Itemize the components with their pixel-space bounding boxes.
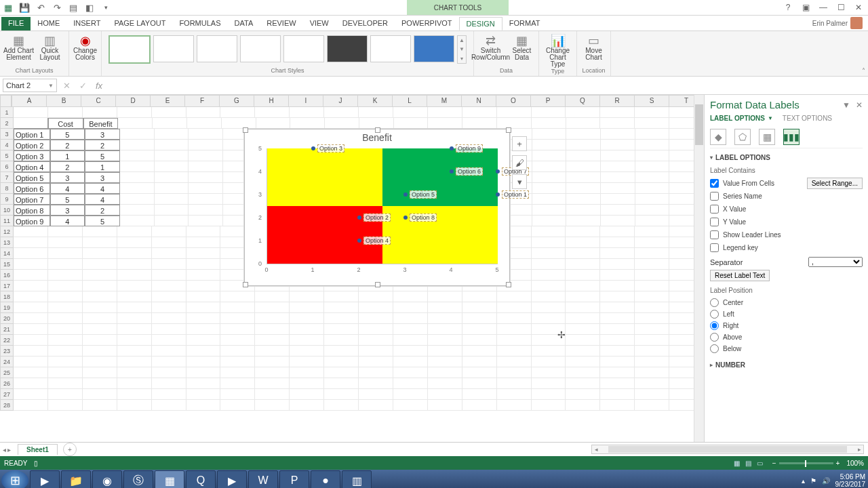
cell[interactable] (324, 400, 359, 411)
cell[interactable] (462, 346, 497, 357)
cell[interactable] (566, 172, 601, 183)
cell[interactable] (600, 313, 635, 324)
system-tray[interactable]: ▴ ⚑ 🔊 5:06 PM9/23/2017 (802, 473, 866, 488)
col-header-M[interactable]: M (427, 95, 462, 107)
cell[interactable] (14, 302, 48, 313)
cell[interactable] (324, 378, 359, 389)
cell[interactable] (152, 367, 186, 378)
cell[interactable] (290, 313, 324, 324)
cell[interactable]: Option 4 (14, 161, 50, 172)
cell[interactable] (14, 281, 48, 291)
cell[interactable] (359, 302, 393, 313)
cell[interactable] (566, 281, 600, 291)
cell[interactable] (566, 216, 601, 226)
taskbar-media-player[interactable]: ▶ (30, 470, 60, 488)
cell[interactable] (83, 400, 117, 411)
cell[interactable]: 5 (50, 194, 85, 205)
cell[interactable] (635, 259, 669, 270)
cell[interactable] (635, 205, 670, 216)
cell[interactable] (532, 129, 567, 140)
cell[interactable] (393, 324, 428, 335)
cell[interactable] (290, 107, 324, 118)
cell[interactable] (497, 335, 532, 346)
cell[interactable]: 2 (85, 140, 120, 150)
cell[interactable] (152, 226, 186, 237)
row-header-7[interactable]: 7 (0, 172, 14, 183)
col-header-N[interactable]: N (462, 95, 496, 107)
cell[interactable] (600, 118, 635, 129)
cell[interactable] (186, 281, 221, 291)
qat-icon2[interactable]: ◧ (84, 2, 95, 13)
cell[interactable] (532, 324, 566, 335)
cell[interactable] (48, 400, 83, 411)
pane-close-icon[interactable]: ✕ (856, 100, 863, 110)
taskbar-explorer[interactable]: 📁 (61, 470, 91, 488)
start-button[interactable]: ⊞ (1, 470, 28, 488)
cell[interactable] (600, 302, 635, 313)
cell[interactable] (14, 324, 48, 335)
qat-more-icon[interactable]: ▾ (100, 2, 111, 13)
cell[interactable] (220, 107, 255, 118)
cell[interactable]: 3 (85, 172, 120, 183)
cell[interactable] (635, 302, 669, 313)
cell[interactable] (189, 205, 223, 216)
collapse-icon[interactable]: ▾ (710, 155, 713, 161)
cell[interactable] (428, 107, 462, 118)
cell[interactable] (186, 357, 221, 367)
cell[interactable] (14, 346, 48, 357)
tab-home[interactable]: HOME (31, 17, 66, 30)
cell[interactable] (532, 226, 566, 237)
row-header-8[interactable]: 8 (0, 183, 14, 194)
col-header-D[interactable]: D (116, 95, 151, 107)
data-point[interactable] (357, 239, 361, 243)
col-header-G[interactable]: G (220, 95, 254, 107)
cell[interactable] (635, 140, 670, 150)
sheet-tab-sheet1[interactable]: Sheet1 (18, 444, 58, 455)
cell[interactable] (600, 378, 635, 389)
y-value-checkbox[interactable]: Y Value (710, 218, 863, 226)
cell[interactable] (566, 237, 600, 248)
cell[interactable]: Option 8 (14, 205, 50, 216)
cell[interactable] (566, 357, 600, 367)
cell[interactable] (83, 107, 117, 118)
cell[interactable] (189, 216, 223, 226)
cell[interactable] (532, 281, 566, 291)
cell[interactable] (532, 237, 566, 248)
fill-line-icon[interactable]: ◆ (710, 129, 726, 145)
cell[interactable] (532, 161, 567, 172)
cell[interactable] (566, 302, 600, 313)
cell[interactable] (120, 150, 155, 161)
position-center-radio[interactable]: Center (710, 298, 863, 307)
cell[interactable] (255, 107, 290, 118)
cell[interactable] (152, 281, 186, 291)
cell[interactable]: Cost (48, 118, 83, 129)
col-header-C[interactable]: C (81, 95, 116, 107)
taskbar-chrome[interactable]: ◉ (92, 470, 122, 488)
cell[interactable] (428, 400, 462, 411)
tab-view[interactable]: VIEW (303, 17, 336, 30)
cell[interactable] (14, 118, 48, 129)
cell[interactable] (635, 172, 670, 183)
tab-format[interactable]: FORMAT (502, 17, 547, 30)
cell[interactable] (14, 248, 48, 259)
tray-volume-icon[interactable]: 🔊 (822, 477, 830, 485)
cell[interactable] (635, 118, 669, 129)
data-label[interactable]: Option 9 (456, 144, 483, 152)
cell[interactable] (83, 335, 117, 346)
cell[interactable] (14, 313, 48, 324)
cell[interactable] (635, 400, 669, 411)
enter-formula-icon[interactable]: ✓ (76, 81, 90, 91)
cell[interactable] (635, 161, 670, 172)
row-header-6[interactable]: 6 (0, 161, 14, 172)
cell[interactable] (152, 335, 186, 346)
cell[interactable] (220, 313, 255, 324)
cell[interactable] (290, 357, 324, 367)
cell[interactable] (324, 324, 359, 335)
cell[interactable] (428, 313, 462, 324)
change-chart-type-button[interactable]: 📊Change Chart Type (542, 33, 574, 68)
cell[interactable] (14, 237, 48, 248)
plot-area[interactable]: Option 1Option 2Option 3Option 4Option 5… (267, 148, 498, 264)
col-header-B[interactable]: B (47, 95, 81, 107)
cell[interactable] (566, 183, 601, 194)
cell[interactable] (83, 389, 117, 400)
